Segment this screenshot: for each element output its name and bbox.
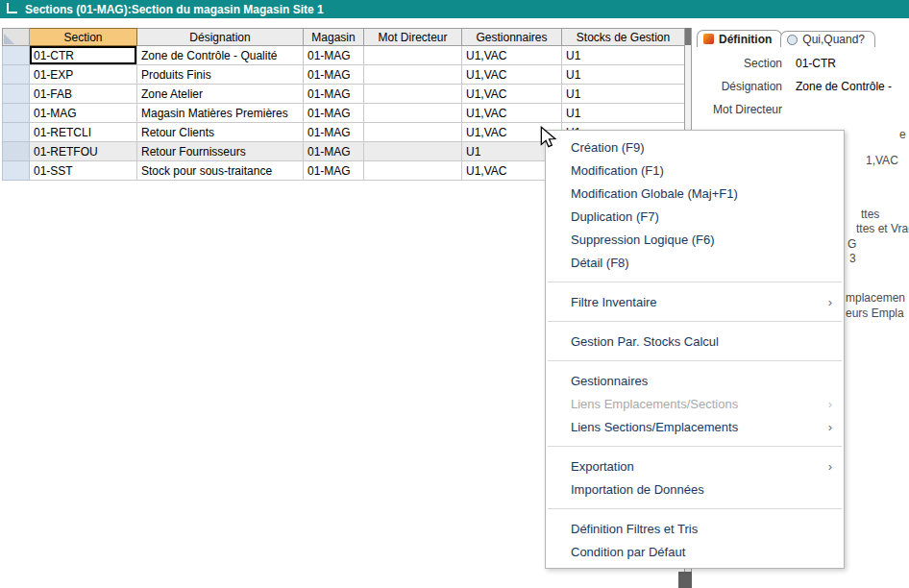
field-section: Section 01-CTR: [694, 57, 909, 71]
submenu-arrow-icon: ›: [828, 295, 832, 309]
cell-mot-directeur[interactable]: [364, 85, 462, 104]
submenu-arrow-icon: ›: [828, 420, 832, 434]
table-row[interactable]: 01-FAB Zone Atelier 01-MAG U1,VAC U1: [3, 85, 685, 104]
panel-text-fragment: ttes et Vrac: [856, 222, 909, 235]
cell-mot-directeur[interactable]: [364, 123, 462, 142]
menu-separator: [548, 282, 842, 282]
cell-designation[interactable]: Retour Fournisseurs: [137, 142, 304, 161]
tab-definition[interactable]: Définition: [697, 30, 782, 47]
menu-item-duplication[interactable]: Duplication (F7): [546, 205, 844, 228]
header-row: Section Désignation Magasin Mot Directeu…: [3, 29, 685, 46]
cell-gestionnaires[interactable]: U1,VAC: [462, 104, 562, 123]
field-mot-directeur: Mot Directeur: [694, 103, 909, 117]
menu-item-filtre-inventaire[interactable]: Filtre Inventaire›: [546, 290, 844, 313]
detail-tabs: Définition Qui,Quand?: [694, 29, 909, 47]
cell-section[interactable]: 01-CTR: [30, 46, 137, 65]
menu-item-exportation[interactable]: Exportation›: [546, 454, 844, 478]
field-label: Section: [694, 57, 782, 71]
menu-separator: [548, 508, 842, 509]
cell-section[interactable]: 01-RETFOU: [30, 142, 137, 161]
row-selector[interactable]: [3, 161, 30, 181]
cell-designation[interactable]: Magasin Matières Premières: [137, 104, 304, 123]
tab-qui-quand[interactable]: Qui,Quand?: [780, 31, 875, 47]
field-label: Désignation: [694, 80, 782, 94]
cell-mot-directeur[interactable]: [364, 104, 462, 123]
menu-separator: [548, 360, 842, 361]
row-selector[interactable]: [3, 123, 30, 142]
menu-item-definition-filtres-et-tris[interactable]: Définition Filtres et Tris: [546, 517, 844, 540]
cell-magasin[interactable]: 01-MAG: [304, 85, 364, 104]
menu-item-condition-par-defaut[interactable]: Condition par Défaut: [546, 540, 844, 563]
tab-label: Définition: [719, 33, 772, 46]
cell-gestionnaires[interactable]: U1,VAC: [462, 65, 562, 85]
cell-mot-directeur[interactable]: [364, 142, 462, 161]
column-header-section[interactable]: Section: [30, 29, 137, 46]
table-row[interactable]: 01-EXP Produits Finis 01-MAG U1,VAC U1: [3, 65, 685, 85]
panel-text-fragment: e: [899, 128, 906, 141]
menu-item-detail[interactable]: Détail (F8): [546, 251, 844, 274]
cell-mot-directeur[interactable]: [364, 65, 462, 85]
splitter-top-cap: [685, 28, 691, 45]
submenu-arrow-icon: ›: [828, 459, 832, 474]
definition-tab-icon: [703, 34, 714, 44]
window-icon[interactable]: [7, 3, 17, 13]
table-row[interactable]: 01-CTR Zone de Contrôle - Qualité 01-MAG…: [3, 46, 685, 65]
cell-designation[interactable]: Zone de Contrôle - Qualité: [137, 46, 304, 65]
table-row[interactable]: 01-MAG Magasin Matières Premières 01-MAG…: [3, 104, 685, 123]
panel-text-fragment: 1,VAC: [866, 154, 898, 167]
cell-mot-directeur[interactable]: [364, 46, 462, 65]
cell-magasin[interactable]: 01-MAG: [304, 46, 364, 65]
cell-section[interactable]: 01-FAB: [30, 85, 137, 104]
menu-item-suppression-logique[interactable]: Suppression Logique (F6): [546, 228, 844, 251]
cell-designation[interactable]: Retour Clients: [137, 123, 304, 142]
row-selector[interactable]: [3, 142, 30, 161]
cell-magasin[interactable]: 01-MAG: [304, 65, 364, 85]
cell-gestionnaires[interactable]: U1,VAC: [462, 46, 562, 65]
tab-label: Qui,Quand?: [802, 33, 865, 46]
cell-stocks-de-gestion[interactable]: U1: [562, 46, 685, 65]
field-value: 01-CTR: [796, 57, 836, 71]
menu-separator: [548, 321, 842, 322]
select-all-corner[interactable]: [3, 29, 30, 46]
menu-item-importation-de-donnees[interactable]: Importation de Données: [546, 478, 844, 501]
column-header-gestionnaires[interactable]: Gestionnaires: [462, 29, 562, 46]
cell-section[interactable]: 01-MAG: [30, 104, 137, 123]
menu-item-gestionnaires[interactable]: Gestionnaires: [546, 369, 844, 392]
panel-text-fragment: G: [848, 237, 856, 251]
menu-item-creation[interactable]: Création (F9): [546, 135, 844, 159]
splitter-bottom-cap[interactable]: [678, 572, 692, 588]
cell-section[interactable]: 01-SST: [30, 161, 137, 181]
column-header-designation[interactable]: Désignation: [137, 29, 304, 46]
row-selector[interactable]: [3, 65, 30, 85]
row-selector[interactable]: [3, 46, 30, 65]
qui-quand-tab-icon: [787, 35, 798, 45]
cell-section[interactable]: 01-RETCLI: [30, 123, 137, 142]
cell-mot-directeur[interactable]: [364, 161, 462, 181]
menu-item-modification[interactable]: Modification (F1): [546, 159, 844, 182]
menu-item-gestion-par-stocks-calcul[interactable]: Gestion Par. Stocks Calcul: [546, 330, 844, 353]
cell-gestionnaires[interactable]: U1,VAC: [462, 85, 562, 104]
column-header-mot-directeur[interactable]: Mot Directeur: [364, 29, 462, 46]
cell-designation[interactable]: Zone Atelier: [137, 85, 304, 104]
menu-item-liens-sections-emplacements[interactable]: Liens Sections/Emplacements›: [546, 415, 844, 438]
submenu-arrow-icon: ›: [828, 397, 832, 411]
row-selector[interactable]: [3, 104, 30, 123]
definition-fields: Section 01-CTR Désignation Zone de Contr…: [694, 57, 909, 117]
cell-section[interactable]: 01-EXP: [30, 65, 137, 85]
window-titlebar[interactable]: Sections (01-MAG):Section du magasin Mag…: [0, 0, 909, 18]
cell-designation[interactable]: Produits Finis: [137, 65, 304, 85]
column-header-magasin[interactable]: Magasin: [304, 29, 364, 46]
menu-item-modification-globale[interactable]: Modification Globale (Maj+F1): [546, 182, 844, 205]
column-header-stocks-de-gestion[interactable]: Stocks de Gestion: [562, 29, 685, 46]
cell-magasin[interactable]: 01-MAG: [304, 142, 364, 161]
cell-stocks-de-gestion[interactable]: U1: [562, 85, 685, 104]
cell-magasin[interactable]: 01-MAG: [304, 104, 364, 123]
field-label: Mot Directeur: [694, 103, 782, 117]
cell-magasin[interactable]: 01-MAG: [304, 161, 364, 181]
cell-stocks-de-gestion[interactable]: U1: [562, 104, 685, 123]
cell-stocks-de-gestion[interactable]: U1: [562, 65, 685, 85]
cell-designation[interactable]: Stock pour sous-traitance: [137, 161, 304, 181]
cell-magasin[interactable]: 01-MAG: [304, 123, 364, 142]
panel-text-fragment: ttes: [861, 208, 879, 221]
row-selector[interactable]: [3, 85, 30, 104]
